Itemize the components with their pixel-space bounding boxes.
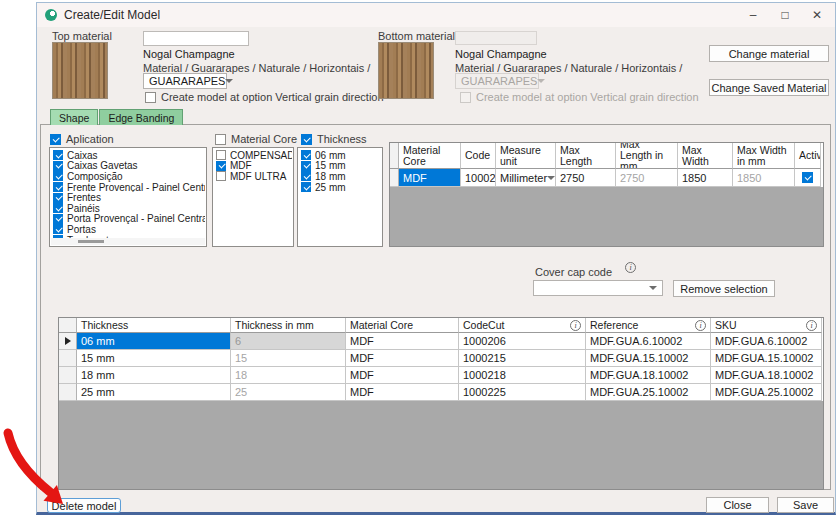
top-collection-dropdown[interactable]: GUARARAPES <box>143 73 227 89</box>
checkbox-icon[interactable] <box>145 92 156 103</box>
table-row[interactable]: 06 mm 6 MDF 1000206 MDF.GUA.6.10002 MDF.… <box>59 333 823 350</box>
row-header[interactable] <box>59 367 77 384</box>
cell-material-core[interactable]: MDF <box>346 384 459 401</box>
checkbox-icon[interactable] <box>216 171 226 181</box>
application-header-checkbox[interactable]: Aplication <box>50 133 114 145</box>
table-row[interactable]: 25 mm 25 MDF 1000225 MDF.GUA.25.10002 MD… <box>59 384 823 401</box>
top-vertical-grain-checkbox[interactable]: Create model at option Vertical grain di… <box>145 91 384 103</box>
change-saved-material-button[interactable]: Change Saved Material <box>709 79 829 96</box>
cell-sku[interactable]: MDF.GUA.18.10002 <box>711 367 822 384</box>
column-header[interactable]: Max Length <box>556 143 616 169</box>
thickness-listbox[interactable]: 06 mm 15 mm 18 mm 25 mm <box>297 147 383 247</box>
close-icon[interactable]: ✕ <box>801 3 833 27</box>
row-header[interactable] <box>59 333 77 350</box>
material-core-listbox[interactable]: COMPENSADO MDF MDF ULTRA <box>212 147 294 247</box>
checkbox-icon[interactable] <box>216 161 226 171</box>
application-listbox[interactable]: Caixas Caixas Gavetas Composição Frente … <box>49 147 207 247</box>
cell-reference[interactable]: MDF.GUA.6.10002 <box>586 333 711 350</box>
minimize-icon[interactable]: – <box>737 3 769 27</box>
cell-sku[interactable]: MDF.GUA.25.10002 <box>711 384 822 401</box>
cell-max-width[interactable]: 1850 <box>678 169 733 187</box>
column-header[interactable]: Max Width <box>678 143 733 169</box>
column-header[interactable]: CodeCut <box>459 318 586 333</box>
column-header[interactable]: SKU <box>711 318 822 333</box>
cell-thickness[interactable]: 15 mm <box>77 350 231 367</box>
column-header[interactable]: Reference <box>586 318 711 333</box>
cell-codecut[interactable]: 1000215 <box>459 350 586 367</box>
change-material-button[interactable]: Change material <box>709 45 829 62</box>
material-core-header-checkbox[interactable]: Material Core <box>215 133 297 145</box>
row-header[interactable] <box>390 169 399 187</box>
thickness-header-checkbox[interactable]: Thickness <box>301 133 367 145</box>
checkbox-icon[interactable] <box>301 161 311 171</box>
cell-max-width-mm: 1850 <box>733 169 795 187</box>
cell-sku[interactable]: MDF.GUA.15.10002 <box>711 350 822 367</box>
cover-cap-code-dropdown[interactable] <box>533 280 663 296</box>
horizontal-scrollbar[interactable] <box>51 238 205 245</box>
checkbox-icon[interactable] <box>53 224 63 234</box>
list-item: 15 mm <box>299 161 381 172</box>
column-header[interactable]: Max Length in mm <box>616 143 678 169</box>
cell-max-length[interactable]: 2750 <box>556 169 616 187</box>
cell-sku[interactable]: MDF.GUA.6.10002 <box>711 333 822 350</box>
tab-shape[interactable]: Shape <box>50 109 98 125</box>
column-header[interactable]: Code <box>461 143 496 169</box>
checkbox-icon[interactable] <box>301 182 311 192</box>
cell-thickness[interactable]: 18 mm <box>77 367 231 384</box>
row-header[interactable] <box>59 350 77 367</box>
cell-reference[interactable]: MDF.GUA.18.10002 <box>586 367 711 384</box>
save-button[interactable]: Save <box>777 497 834 513</box>
cell-measure-unit[interactable]: Millimeter <box>496 169 556 187</box>
checkbox-icon[interactable] <box>53 193 63 203</box>
top-material-name: Nogal Champagne <box>143 48 235 60</box>
table-row[interactable]: 15 mm 15 MDF 1000215 MDF.GUA.15.10002 MD… <box>59 350 823 367</box>
column-header[interactable]: Material Core <box>399 143 461 169</box>
cell-codecut[interactable]: 1000206 <box>459 333 586 350</box>
tab-edge-banding[interactable]: Edge Banding <box>99 109 183 125</box>
material-grid-row[interactable]: MDF 10002 Millimeter 2750 2750 1850 1850 <box>390 169 823 187</box>
checkbox-icon[interactable] <box>50 134 61 145</box>
checkbox-icon[interactable] <box>802 172 813 183</box>
checkbox-icon[interactable] <box>301 134 312 145</box>
checkbox-icon[interactable] <box>53 161 63 171</box>
cell-thickness[interactable]: 25 mm <box>77 384 231 401</box>
delete-model-button[interactable]: Delete model <box>47 498 121 513</box>
checkbox-icon[interactable] <box>53 182 63 192</box>
scrollbar-thumb[interactable] <box>78 240 104 243</box>
checkbox-icon[interactable] <box>301 171 311 181</box>
titlebar[interactable]: Create/Edit Model – □ ✕ <box>37 3 835 27</box>
maximize-icon[interactable]: □ <box>769 3 801 27</box>
chevron-down-icon[interactable] <box>547 176 555 180</box>
checkbox-icon[interactable] <box>301 150 311 160</box>
column-header[interactable]: Max Width in mm <box>733 143 795 169</box>
list-item: MDF ULTRA <box>214 171 292 182</box>
cell-material-core[interactable]: MDF <box>346 367 459 384</box>
cell-thickness[interactable]: 06 mm <box>77 333 231 350</box>
column-header[interactable]: Thickness in mm <box>231 318 346 333</box>
top-material-code-input[interactable] <box>143 31 249 46</box>
cell-reference[interactable]: MDF.GUA.15.10002 <box>586 350 711 367</box>
thickness-grid: Thickness Thickness in mm Material Core … <box>58 317 824 490</box>
column-header[interactable]: Thickness <box>77 318 231 333</box>
column-header[interactable]: Measure unit <box>496 143 556 169</box>
checkbox-icon[interactable] <box>53 171 63 181</box>
cell-material-core[interactable]: MDF <box>346 350 459 367</box>
cell-active[interactable] <box>795 169 821 187</box>
checkbox-icon[interactable] <box>216 150 226 160</box>
column-header[interactable]: Material Core <box>346 318 459 333</box>
cell-material-core[interactable]: MDF <box>346 333 459 350</box>
checkbox-icon[interactable] <box>215 134 226 145</box>
cell-material-core[interactable]: MDF <box>399 169 461 187</box>
close-button[interactable]: Close <box>706 497 769 513</box>
cell-reference[interactable]: MDF.GUA.25.10002 <box>586 384 711 401</box>
checkbox-icon[interactable] <box>53 203 63 213</box>
column-header[interactable]: Active <box>795 143 821 169</box>
checkbox-icon[interactable] <box>53 150 63 160</box>
cell-code[interactable]: 10002 <box>461 169 496 187</box>
table-row[interactable]: 18 mm 18 MDF 1000218 MDF.GUA.18.10002 MD… <box>59 367 823 384</box>
remove-selection-button[interactable]: Remove selection <box>673 280 775 297</box>
cell-codecut[interactable]: 1000218 <box>459 367 586 384</box>
cell-codecut[interactable]: 1000225 <box>459 384 586 401</box>
row-header[interactable] <box>59 384 77 401</box>
checkbox-icon[interactable] <box>53 214 63 224</box>
